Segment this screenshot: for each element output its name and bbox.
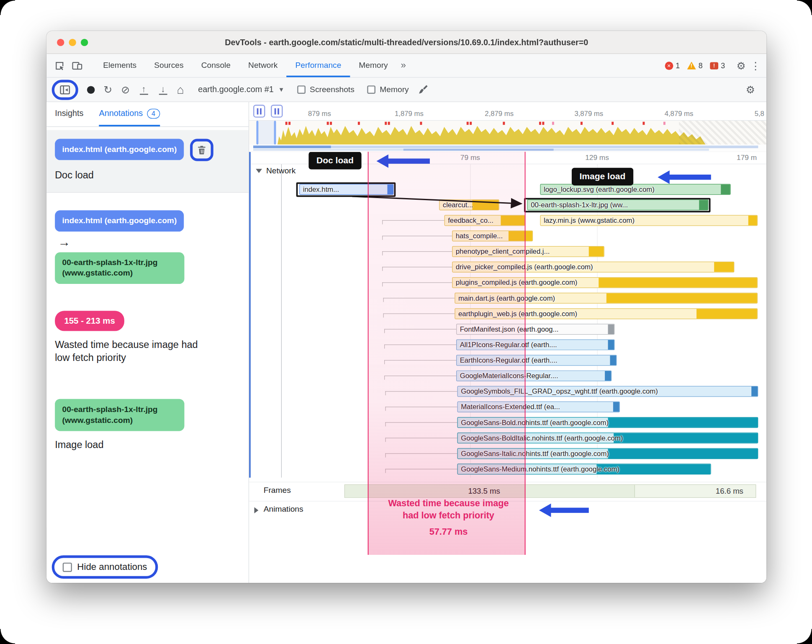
memory-checkbox[interactable]: Memory bbox=[367, 85, 409, 94]
network-request-bar[interactable]: GoogleSymbols_FILL_GRAD_opsz_wght.ttf (e… bbox=[457, 386, 758, 397]
show-sidebar-icon[interactable] bbox=[59, 84, 71, 95]
tab-memory[interactable]: Memory bbox=[350, 54, 396, 77]
network-request-bar[interactable]: phenotype_client_compiled.j... bbox=[452, 246, 604, 257]
annotation-chip-index[interactable]: index.html (earth.google.com) bbox=[55, 139, 184, 160]
network-overview-strip bbox=[249, 144, 766, 152]
target-selector[interactable]: earth.google.com #1 ▼ bbox=[198, 85, 284, 94]
request-whisker bbox=[383, 314, 455, 318]
network-request-bar[interactable]: hats_compile... bbox=[452, 231, 533, 242]
cpu-overview-minimap[interactable] bbox=[249, 121, 766, 152]
sidebar-tabs: Insights Annotations 4 bbox=[46, 102, 249, 127]
issues-icon: ! bbox=[710, 62, 718, 69]
annotation-entry-image-load[interactable]: 00-earth-splash-1x-ltr.jpg (www.gstatic.… bbox=[46, 399, 249, 452]
network-request-bar[interactable]: GoogleSans-Bold.nohints.ttf (earth.googl… bbox=[457, 417, 758, 428]
panel-tab-strip: ElementsSourcesConsoleNetworkPerformance… bbox=[94, 54, 396, 77]
save-profile-icon[interactable]: ↓ bbox=[158, 84, 168, 95]
network-request-bar[interactable]: plugins_compiled.js (earth.google.com) bbox=[452, 277, 758, 288]
tab-annotations[interactable]: Annotations 4 bbox=[99, 102, 160, 126]
load-profile-icon[interactable]: ↑ bbox=[139, 84, 149, 95]
error-badge[interactable]: ✕1 bbox=[665, 62, 680, 70]
network-request-bar[interactable]: EarthIcons-Regular.otf (earth.... bbox=[456, 355, 617, 366]
doc-load-callout: Doc load bbox=[308, 152, 361, 170]
record-button[interactable] bbox=[87, 86, 95, 94]
network-request-bar[interactable]: All1PIcons-Regular.otf (earth.... bbox=[456, 339, 615, 350]
overview-handle-left[interactable] bbox=[253, 105, 265, 118]
tab-console[interactable]: Console bbox=[193, 54, 239, 77]
minimap-handle-right[interactable] bbox=[274, 121, 276, 144]
checkbox-box bbox=[367, 85, 376, 94]
tab-sources[interactable]: Sources bbox=[145, 54, 192, 77]
network-request-bar[interactable]: GoogleMaterialIcons-Regular.... bbox=[456, 371, 612, 381]
network-request-bar[interactable]: GoogleSans-Medium.nohints.ttf (earth.goo… bbox=[457, 464, 711, 474]
network-waterfall-track[interactable]: 79 ms129 ms179 m Network index.htm...log… bbox=[249, 152, 766, 478]
network-request-bar[interactable]: GoogleSans-BoldItalic.nohints.ttf (earth… bbox=[457, 433, 758, 443]
annotation-chip-splash[interactable]: 00-earth-splash-1x-ltr.jpg (www.gstatic.… bbox=[55, 252, 184, 284]
screenshots-checkbox[interactable]: Screenshots bbox=[297, 85, 354, 94]
network-request-row: drive_picker_compiled.js (earth.google.c… bbox=[251, 260, 766, 275]
settings-gear-icon[interactable]: ⚙ bbox=[732, 57, 750, 74]
network-request-row: All1PIcons-Regular.otf (earth.... bbox=[251, 337, 766, 353]
home-icon[interactable]: ⌂ bbox=[177, 84, 184, 95]
error-icon: ✕ bbox=[665, 62, 673, 70]
annotation-label: Wasted time because image had low fetch … bbox=[55, 338, 200, 365]
expand-triangle-icon[interactable] bbox=[254, 507, 258, 513]
tab-elements[interactable]: Elements bbox=[94, 54, 145, 77]
annotation-entry-doc-load[interactable]: index.html (earth.google.com) Doc load bbox=[46, 130, 249, 193]
network-request-bar[interactable]: earthplugin_web.js (earth.google.com) bbox=[455, 308, 758, 319]
network-request-row: GoogleSans-Medium.nohints.ttf (earth.goo… bbox=[251, 461, 766, 477]
overview-ruler: 879 ms1,879 ms2,879 ms3,879 ms4,879 ms5,… bbox=[249, 102, 766, 121]
annotation-label: Image load bbox=[55, 438, 240, 451]
network-request-bar[interactable]: main.dart.js (earth.google.com) bbox=[455, 293, 758, 304]
network-track-header[interactable]: Network bbox=[256, 166, 296, 175]
minimap-hatch-region bbox=[679, 121, 766, 144]
network-request-bar[interactable]: MaterialIcons-Extended.ttf (ea... bbox=[457, 402, 619, 412]
reload-record-icon[interactable]: ↻ bbox=[103, 85, 112, 95]
network-request-bar[interactable]: index.htm... bbox=[299, 184, 393, 195]
inspect-element-icon[interactable] bbox=[51, 57, 68, 74]
network-request-row: FontManifest.json (earth.goog... bbox=[251, 322, 766, 337]
minimap-handle-left[interactable] bbox=[256, 121, 258, 144]
wasted-time-annotation: Wasted time because image had low fetch … bbox=[347, 497, 550, 538]
network-request-row: main.dart.js (earth.google.com) bbox=[251, 291, 766, 306]
annotation-chip-index[interactable]: index.html (earth.google.com) bbox=[55, 210, 184, 232]
tab-network[interactable]: Network bbox=[239, 54, 286, 77]
network-request-bar[interactable]: 00-earth-splash-1x-ltr.jpg (ww... bbox=[527, 199, 709, 210]
device-toolbar-icon[interactable] bbox=[68, 57, 86, 74]
collect-garbage-icon[interactable] bbox=[418, 84, 429, 95]
screen-corner bbox=[797, 629, 812, 644]
network-request-row: GoogleSans-Bold.nohints.ttf (earth.googl… bbox=[251, 415, 766, 430]
network-request-bar[interactable]: GoogleSans-Italic.nohints.ttf (earth.goo… bbox=[457, 448, 758, 459]
annotation-chip-splash[interactable]: 00-earth-splash-1x-ltr.jpg (www.gstatic.… bbox=[55, 399, 184, 431]
clear-icon[interactable]: ⊘ bbox=[121, 85, 130, 95]
network-request-bar[interactable]: lazy.min.js (www.gstatic.com) bbox=[540, 215, 758, 226]
network-request-row: earthplugin_web.js (earth.google.com) bbox=[251, 306, 766, 322]
tab-performance[interactable]: Performance bbox=[286, 54, 350, 77]
network-request-bar[interactable]: logo_lockup.svg (earth.google.com) bbox=[540, 184, 730, 195]
hide-annotations-checkbox[interactable]: Hide annotations bbox=[63, 562, 147, 572]
network-request-bar[interactable]: FontManifest.json (earth.goog... bbox=[456, 324, 615, 335]
network-request-bar[interactable]: feedback_co... bbox=[445, 215, 525, 226]
request-whisker bbox=[384, 360, 456, 364]
time-range-chip[interactable]: 155 - 213 ms bbox=[55, 311, 124, 331]
more-tabs-icon[interactable]: » bbox=[401, 60, 406, 71]
request-whisker bbox=[385, 453, 457, 458]
network-request-row: EarthIcons-Regular.otf (earth.... bbox=[251, 353, 766, 368]
kebab-menu-icon[interactable]: ⋮ bbox=[750, 57, 761, 74]
request-whisker bbox=[384, 329, 456, 333]
network-request-bar[interactable]: drive_picker_compiled.js (earth.google.c… bbox=[452, 262, 734, 273]
capture-settings-gear-icon[interactable]: ⚙ bbox=[742, 81, 759, 98]
request-whisker bbox=[383, 298, 455, 302]
error-count: 1 bbox=[676, 62, 680, 70]
issues-badge[interactable]: !3 bbox=[710, 62, 725, 70]
hide-annotations-label: Hide annotations bbox=[77, 562, 147, 572]
warning-badge[interactable]: !8 bbox=[687, 62, 703, 70]
annotation-entry-link[interactable]: index.html (earth.google.com) → 00-earth… bbox=[46, 210, 249, 284]
network-track-label: Network bbox=[266, 166, 296, 175]
network-request-row: GoogleMaterialIcons-Regular.... bbox=[251, 368, 766, 384]
network-request-bar[interactable]: clearcut... bbox=[439, 199, 499, 210]
hide-annotations-ring: Hide annotations bbox=[52, 555, 158, 579]
annotation-entry-time-range[interactable]: 155 - 213 ms Wasted time because image h… bbox=[46, 311, 249, 365]
tab-insights[interactable]: Insights bbox=[55, 102, 83, 126]
delete-annotation-button[interactable] bbox=[195, 143, 208, 157]
overview-handle-right[interactable] bbox=[271, 105, 283, 118]
